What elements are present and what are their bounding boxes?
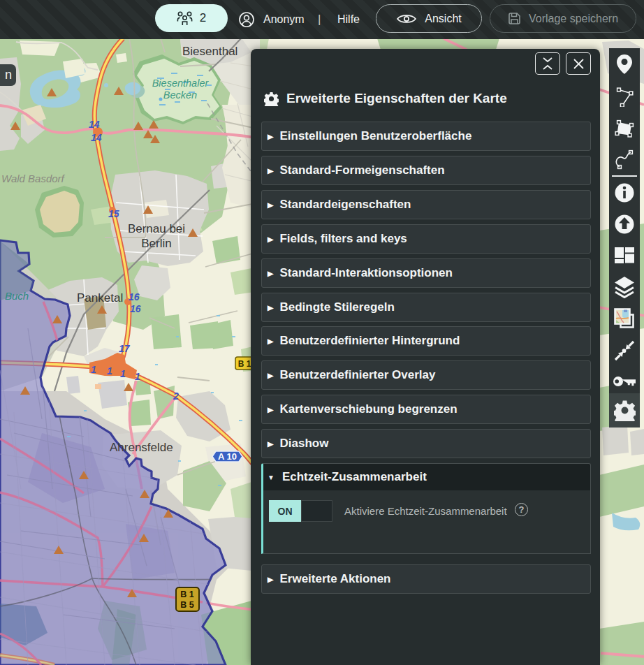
- svg-text:B 5: B 5: [180, 600, 194, 610]
- svg-text:Bernau bei: Bernau bei: [128, 222, 185, 235]
- svg-text:Buch: Buch: [5, 290, 29, 302]
- svg-text:B 1: B 1: [238, 359, 251, 369]
- svg-text:Ahrensfelde: Ahrensfelde: [110, 441, 173, 454]
- svg-text:1: 1: [135, 371, 140, 382]
- svg-text:1: 1: [107, 365, 112, 377]
- svg-text:1: 1: [91, 364, 96, 375]
- svg-text:14: 14: [89, 119, 100, 130]
- svg-text:15: 15: [108, 208, 119, 219]
- svg-text:Panketal: Panketal: [77, 291, 123, 305]
- svg-text:Becken: Becken: [163, 89, 197, 101]
- svg-text:Biesenthaler: Biesenthaler: [152, 78, 210, 89]
- svg-text:14: 14: [91, 132, 102, 143]
- svg-text:B 1: B 1: [180, 590, 194, 599]
- svg-text:17: 17: [119, 343, 131, 354]
- svg-text:Wald Basdorf: Wald Basdorf: [1, 173, 66, 184]
- svg-text:2: 2: [173, 390, 179, 402]
- svg-text:Biesenthal: Biesenthal: [182, 45, 237, 58]
- svg-text:Berlin: Berlin: [141, 237, 171, 250]
- svg-text:16: 16: [129, 291, 140, 302]
- svg-text:A 10: A 10: [218, 451, 237, 462]
- svg-text:16: 16: [130, 303, 141, 314]
- svg-text:1: 1: [120, 368, 126, 379]
